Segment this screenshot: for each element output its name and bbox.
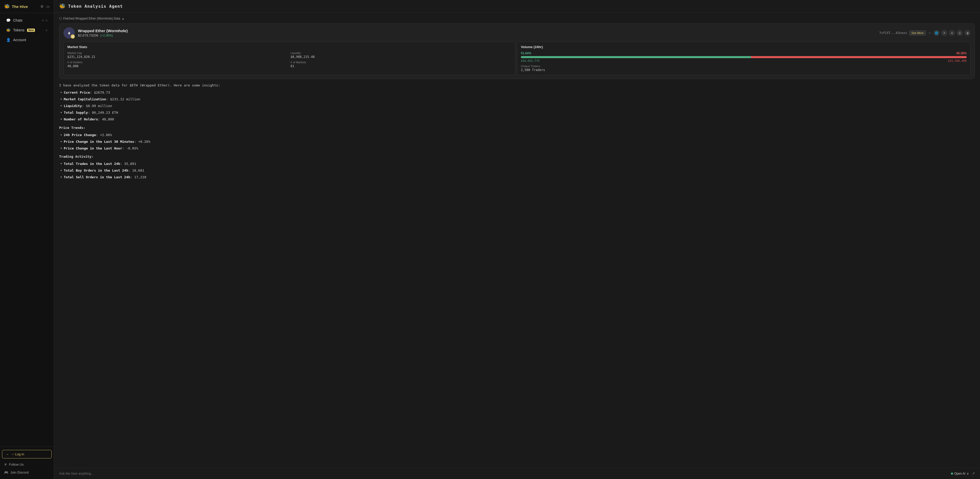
token-price-value: $2,679.73206 xyxy=(78,34,99,37)
price-trends-header: Price Trends: xyxy=(59,125,975,131)
ai-selector[interactable]: Open AI ∨ xyxy=(951,472,969,476)
chats-icon: 💬 xyxy=(6,18,11,22)
token-avatar-badge: ◉ xyxy=(71,35,75,38)
extra-icon[interactable]: ◑ xyxy=(964,30,970,36)
volume-stats-title: Volume (24hr) xyxy=(521,45,967,49)
market-stats-row-1: Market Cap $231,124,820.21 Liquidity $8,… xyxy=(67,51,512,59)
trading-activity-list: Total Trades in the Last 24h: 35,891 Tot… xyxy=(59,161,975,180)
join-discord-label: Join Discord xyxy=(10,471,29,474)
add-chat-icon[interactable]: + xyxy=(42,19,44,22)
send-button[interactable]: ↗ xyxy=(972,471,975,476)
market-stats-title: Market Stats xyxy=(67,45,512,49)
bullet-liquidity: Liquidity: $8.99 million xyxy=(59,103,975,109)
login-button[interactable]: → → Log in xyxy=(2,450,52,458)
volume-bar-buy xyxy=(521,56,751,58)
market-cap-stat: Market Cap $231,124,820.21 xyxy=(67,51,288,59)
login-arrow-icon: → xyxy=(5,452,9,456)
market-cap-label: Market Cap xyxy=(67,51,288,54)
ai-status-dot xyxy=(951,473,953,475)
token-name: Wrapped Ether (Wormhole) xyxy=(78,29,128,33)
logo-icon: 🐝 xyxy=(4,3,10,9)
fetched-label[interactable]: ⬡ Fetched Wrapped Ether (Wormhole) Data … xyxy=(59,17,975,20)
account-icon: 👤 xyxy=(6,38,11,42)
fetch-icon: ⬡ xyxy=(59,17,62,20)
token-card: ♦ ◉ Wrapped Ether (Wormhole) $2,679.7320… xyxy=(59,23,975,79)
volume-amounts: $16,652,775 $15,596,488 xyxy=(521,59,967,62)
sidebar-item-account[interactable]: 👤 Account xyxy=(2,35,52,45)
agent-icon: 🐝 xyxy=(59,3,65,9)
login-label: → Log in xyxy=(11,452,24,456)
analysis-bullets: Current Price: $2679.73 Market Capitaliz… xyxy=(59,90,975,122)
total-sell-orders: Total Sell Orders in the Last 24h: 17,21… xyxy=(59,174,975,180)
liquidity-value: $8,988,215.48 xyxy=(291,55,512,59)
sidebar-item-tokens-left: 🐝 Tokens New xyxy=(6,28,35,32)
tokens-icon: 🐝 xyxy=(6,28,11,32)
sidebar-nav: 💬 Chats + ∨ 🐝 Tokens New ∨ 👤 Account xyxy=(0,13,54,447)
follow-us-label: Follow Us xyxy=(9,463,24,466)
token-info-left: ♦ ◉ Wrapped Ether (Wormhole) $2,679.7320… xyxy=(64,27,128,38)
stats-grid: Market Stats Market Cap $231,124,820.21 … xyxy=(64,42,970,75)
holders-stat: # of Holders 48,888 xyxy=(67,61,288,68)
settings-icon[interactable]: ⚙ xyxy=(40,4,44,8)
sidebar: 🐝 The Hive ⚙ ▭ 💬 Chats + ∨ 🐝 Tokens New xyxy=(0,0,54,479)
chat-input-bar: Open AI ∨ ↗ xyxy=(54,468,980,479)
markets-label: # of Markets xyxy=(291,61,512,64)
social-icons: 🌐 ✕ ● ◎ ◑ xyxy=(934,30,970,36)
holders-value: 48,888 xyxy=(67,64,288,68)
price-trends-list: 24h Price Change: +2.06% Price Change in… xyxy=(59,132,975,151)
sidebar-item-tokens-right: ∨ xyxy=(46,29,48,32)
follow-us-item[interactable]: ✕ Follow Us xyxy=(2,461,52,468)
chat-messages: ⬡ Fetched Wrapped Ether (Wormhole) Data … xyxy=(54,13,980,468)
total-trades: Total Trades in the Last 24h: 35,891 xyxy=(59,161,975,167)
market-stats-panel: Market Stats Market Cap $231,124,820.21 … xyxy=(64,42,515,75)
layout-icon[interactable]: ▭ xyxy=(46,4,49,8)
green-dot-icon[interactable]: ● xyxy=(949,30,955,36)
volume-stats-panel: Volume (24hr) 51.64% 48.36% $16,652,775 … xyxy=(517,42,970,75)
token-card-header: ♦ ◉ Wrapped Ether (Wormhole) $2,679.7320… xyxy=(64,27,970,38)
volume-sell-amount: $15,596,488 xyxy=(948,59,967,62)
see-more-button[interactable]: See More xyxy=(909,30,926,35)
volume-buy-amount: $16,652,775 xyxy=(521,59,539,62)
volume-sell-pct: 48.36% xyxy=(956,51,967,55)
chat-header: 🐝 Token Analysis Agent xyxy=(54,0,980,13)
token-price: $2,679.73206 (+2.06%) xyxy=(78,34,128,37)
sidebar-item-tokens[interactable]: 🐝 Tokens New ∨ xyxy=(2,26,52,35)
favorite-icon[interactable]: ☆ xyxy=(928,31,931,35)
sidebar-social: ✕ Follow Us 🎮 Join Discord xyxy=(2,461,52,476)
unique-traders-value: 2,500 Traders xyxy=(521,68,967,72)
token-name-block: Wrapped Ether (Wormhole) $2,679.73206 (+… xyxy=(78,29,128,37)
discord-social-icon[interactable]: ◎ xyxy=(957,30,963,36)
app-name: The Hive xyxy=(12,4,28,9)
trading-activity-header: Trading Activity: xyxy=(59,154,975,160)
main-content: 🐝 Token Analysis Agent ⬡ Fetched Wrapped… xyxy=(54,0,980,479)
website-icon[interactable]: 🌐 xyxy=(934,30,940,36)
x-social-icon[interactable]: ✕ xyxy=(941,30,947,36)
sidebar-bottom: → → Log in ✕ Follow Us 🎮 Join Discord xyxy=(0,447,54,479)
sidebar-item-chats-label: Chats xyxy=(13,18,22,22)
markets-stat: # of Markets 61 xyxy=(291,61,512,68)
market-cap-value: $231,124,820.21 xyxy=(67,55,288,59)
token-address: 7vfCXT...63voxs xyxy=(879,31,907,35)
analysis-text: I have analyzed the token data for $ETH … xyxy=(59,83,975,180)
twitter-icon: ✕ xyxy=(4,463,7,466)
sidebar-item-chats-right: + ∨ xyxy=(42,19,48,22)
sidebar-item-account-label: Account xyxy=(13,38,26,42)
volume-bar-labels: 51.64% 48.36% xyxy=(521,51,967,55)
app-logo[interactable]: 🐝 The Hive xyxy=(4,3,28,9)
ai-label: Open AI xyxy=(954,472,965,476)
fetched-chevron-icon: ▲ xyxy=(122,17,124,20)
trend-1h: Price Change in the Last Hour: -0.05% xyxy=(59,145,975,151)
trend-30min: Price Change in the Last 30 Minutes: +0.… xyxy=(59,139,975,145)
join-discord-item[interactable]: 🎮 Join Discord xyxy=(2,469,52,476)
bullet-current-price: Current Price: $2679.73 xyxy=(59,90,975,96)
sidebar-item-chats[interactable]: 💬 Chats + ∨ xyxy=(2,16,52,25)
unique-traders-label: Unique Traders xyxy=(521,65,967,68)
sidebar-item-chats-left: 💬 Chats xyxy=(6,18,22,22)
markets-value: 61 xyxy=(291,64,512,68)
chat-title: Token Analysis Agent xyxy=(68,4,123,9)
sidebar-item-account-left: 👤 Account xyxy=(6,38,26,42)
chat-input-right: Open AI ∨ ↗ xyxy=(951,471,975,476)
fetched-text: Fetched Wrapped Ether (Wormhole) Data xyxy=(63,17,120,20)
chat-input[interactable] xyxy=(59,471,948,476)
bullet-market-cap: Market Capitalization: $231.12 million xyxy=(59,96,975,102)
